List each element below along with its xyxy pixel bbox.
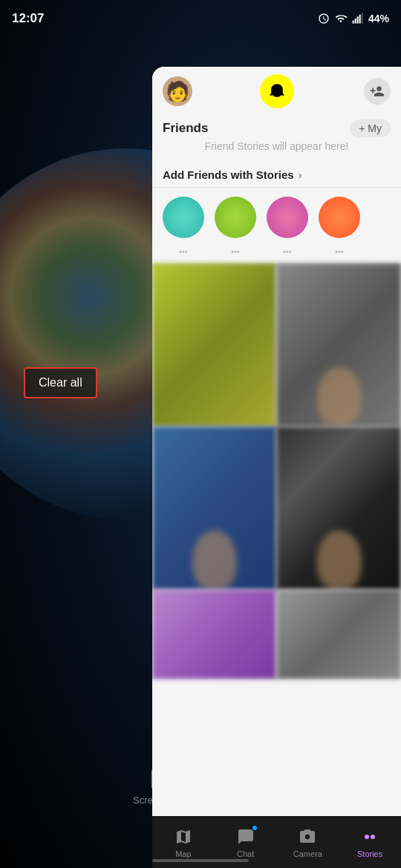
my-story-button[interactable]: + My (350, 119, 391, 137)
thumb-row-3 (152, 590, 401, 679)
alarm-icon (318, 13, 330, 24)
avatar-labels: ••• ••• ••• ••• (152, 247, 401, 263)
thumbnail-1[interactable] (152, 263, 276, 427)
stories-icon-container (359, 826, 380, 847)
add-friend-button[interactable] (364, 78, 391, 105)
svg-rect-4 (362, 13, 363, 24)
map-icon-container (173, 826, 194, 847)
friends-row: Friends + My (163, 119, 391, 137)
camera-icon (299, 828, 316, 846)
avatar-label-2: ••• (215, 247, 256, 256)
friends-section: Friends + My Friend Stories will appear … (152, 115, 401, 162)
battery-text: 44% (368, 13, 389, 24)
add-friends-label: Add Friends with Stories (163, 168, 294, 181)
thumbnail-2[interactable] (276, 263, 401, 427)
nav-map-label: Map (175, 849, 191, 858)
home-indicator (152, 859, 249, 862)
status-time: 12:07 (12, 11, 44, 26)
stories-icon (361, 828, 379, 846)
story-avatars (152, 188, 401, 247)
camera-icon-container (297, 826, 318, 847)
nav-camera-label: Camera (293, 849, 322, 858)
friends-placeholder: Friend Stories will appear here! (163, 140, 391, 152)
story-avatar-4[interactable] (319, 197, 360, 238)
friends-label: Friends (163, 121, 208, 136)
story-avatar-3[interactable] (267, 197, 308, 238)
nav-stories-label: Stories (357, 849, 382, 858)
svg-rect-1 (355, 19, 356, 24)
add-friends-row[interactable]: Add Friends with Stories › (152, 162, 401, 188)
svg-rect-3 (359, 15, 361, 24)
chat-badge (251, 824, 258, 832)
chevron-right-icon: › (299, 169, 302, 181)
clear-all-button[interactable]: Clear all (24, 367, 97, 398)
avatar-label-3: ••• (267, 247, 308, 256)
nav-chat[interactable]: Chat (215, 826, 277, 858)
svg-rect-0 (353, 21, 354, 24)
snapchat-logo (260, 74, 294, 108)
add-person-icon (370, 84, 385, 99)
ghost-icon (267, 81, 287, 102)
my-story-label: + My (359, 122, 382, 134)
avatar-label-1: ••• (163, 247, 204, 256)
status-icons: 44% (318, 13, 389, 24)
status-bar: 12:07 44% (0, 0, 401, 37)
svg-rect-2 (357, 16, 359, 23)
thumb-row-1 (152, 263, 401, 427)
thumb-row-2 (152, 427, 401, 590)
nav-camera[interactable]: Camera (277, 826, 339, 858)
nav-chat-label: Chat (237, 849, 254, 858)
story-avatar-2[interactable] (215, 197, 256, 238)
story-avatar-1[interactable] (163, 197, 204, 238)
avatar-emoji: 🧑 (166, 82, 189, 101)
nav-stories[interactable]: Stories (339, 826, 401, 858)
signal-icon (352, 13, 364, 24)
snap-panel: 🧑 Friends + My Friend Stories will appea… (152, 67, 401, 868)
thumbnail-4[interactable] (276, 427, 401, 590)
thumbnail-3[interactable] (152, 427, 276, 590)
nav-map[interactable]: Map (152, 826, 215, 858)
panel-header: 🧑 (152, 67, 401, 115)
user-avatar[interactable]: 🧑 (163, 76, 192, 106)
chat-icon-container (235, 826, 256, 847)
thumbnail-5[interactable] (152, 590, 276, 679)
map-icon (175, 828, 192, 846)
wifi-icon (334, 13, 348, 24)
thumbnail-6[interactable] (276, 590, 401, 679)
avatar-label-4: ••• (319, 247, 360, 256)
